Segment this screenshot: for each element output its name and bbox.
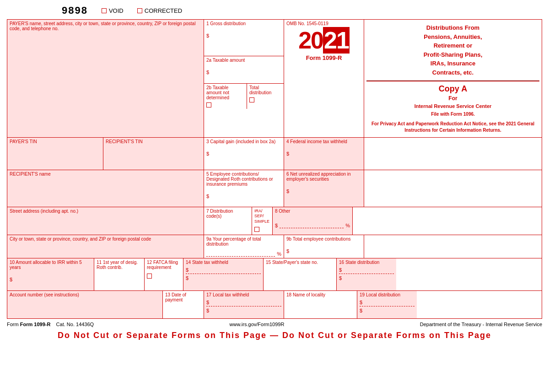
box-2a-dollar: $: [206, 70, 281, 75]
box-16-dollar2: $: [339, 275, 342, 281]
box-6-cell: 6 Net unrealized appreciation in employe…: [284, 170, 364, 207]
omb-cell: OMB No. 1545-0119 2021 Form 1099-R: [284, 20, 364, 137]
payer-name-label: PAYER'S name, street address, city or to…: [10, 21, 201, 31]
ira-checkbox[interactable]: [254, 227, 259, 232]
box-17-line2: $: [206, 308, 281, 313]
form-name-label: Form 1099-R: [306, 54, 342, 61]
box-8-line: [280, 228, 344, 228]
box-2a-label: 2a Taxable amount: [206, 58, 281, 63]
box-5-label: 5 Employee contributions/ Designated Rot…: [206, 172, 281, 187]
box-10-cell: 10 Amount allocable to IRR within 5 year…: [7, 258, 94, 290]
box-13-label: 13 Date of payment: [165, 292, 201, 302]
payer-tin-cell: PAYER'S TIN: [7, 138, 103, 170]
box-10-dollar: $: [10, 277, 92, 282]
row-4: Street address (including apt. no.) 7 Di…: [7, 207, 542, 235]
box-14-cell: 14 State tax withheld $ $: [183, 258, 264, 290]
fatca-checkbox[interactable]: [147, 274, 152, 279]
footer-form-name: Form 1099-R: [20, 322, 51, 327]
void-checkbox-label[interactable]: VOID: [102, 7, 124, 14]
box-11-label: 11 1st year of desig. Roth contrib.: [97, 260, 142, 270]
box-9b-cell: 9b Total employee contributions $: [284, 235, 364, 258]
box-18-label: 18 Name of locality: [286, 292, 355, 297]
box-8-cell: 8 Other $ %: [273, 207, 353, 235]
street-cell: Street address (including apt. no.): [7, 207, 204, 235]
form-title: Distributions From Pensions, Annuities, …: [366, 23, 539, 77]
box-19-line1: $: [360, 300, 414, 306]
box-17-dollar1: $: [206, 300, 209, 305]
row-1: PAYER'S name, street address, city or to…: [7, 20, 542, 138]
box-13-cell: 13 Date of payment: [163, 291, 204, 318]
main-form: PAYER'S name, street address, city or to…: [7, 19, 542, 319]
box-3-label: 3 Capital gain (included in box 2a): [206, 139, 281, 144]
box-9a-pct: %: [277, 251, 281, 257]
box-14-line1: $: [186, 267, 261, 274]
box-4-label: 4 Federal income tax withheld: [286, 139, 361, 144]
row2-right-spacer: [364, 138, 542, 170]
box-9b-label: 9b Total employee contributions: [286, 236, 361, 242]
box-2b-checkbox[interactable]: [206, 102, 211, 107]
box-17-dollar2: $: [206, 308, 209, 313]
box-8-dollar: $: [275, 223, 278, 228]
total-dist-checkbox[interactable]: [249, 97, 254, 102]
form-name: Form 1099-R: [286, 54, 361, 61]
form-number-top: 9898: [62, 5, 88, 16]
box-16-cell: 16 State distribution $ $: [337, 258, 396, 290]
box-16-label: 16 State distribution: [339, 260, 394, 265]
year-display: 2021: [286, 28, 361, 52]
box-1: 1 Gross distribution $: [204, 20, 284, 56]
box-14-label: 14 State tax withheld: [186, 260, 261, 265]
box-2b: 2b Taxable amount not determined: [204, 84, 247, 109]
box-9a-line: [206, 256, 275, 257]
row-6: 10 Amount allocable to IRR within 5 year…: [7, 258, 542, 291]
box-19-dollar2: $: [360, 308, 362, 313]
box-19-line2: $: [360, 308, 414, 313]
box-6-dollar: $: [286, 188, 361, 194]
box-9b-dollar: $: [286, 248, 361, 254]
corrected-checkbox-label[interactable]: CORRECTED: [137, 7, 182, 14]
box-17-label: 17 Local tax withheld: [206, 292, 281, 297]
ira-cell: IRA/ SEP/ SIMPLE: [252, 207, 273, 235]
do-not-cut: Do Not Cut or Separate Forms on This Pag…: [7, 331, 542, 340]
recipient-name-label: RECIPIENT'S name: [10, 172, 201, 177]
year-big: 2021: [298, 27, 350, 54]
box-12-label: 12 FATCA filing requirement: [147, 260, 181, 270]
privacy-text: For Privacy Act and Paperwork Reduction …: [371, 121, 505, 126]
row-3: RECIPIENT'S name 5 Employee contribution…: [7, 170, 542, 207]
box-9a-cell: 9a Your percentage of total distribution…: [204, 235, 284, 258]
box-8-amounts: $ %: [275, 223, 350, 228]
void-checkbox[interactable]: [102, 8, 107, 13]
title-line1: Distributions From: [426, 24, 479, 31]
box-7-cell: 7 Distribution code(s): [204, 207, 252, 235]
privacy-section: For Privacy Act and Paperwork Reduction …: [366, 121, 539, 134]
box-1-dollar: $: [206, 33, 281, 38]
box-8-label: 8 Other: [275, 209, 350, 214]
footer-website: www.irs.gov/Form1099R: [230, 322, 285, 327]
corrected-label: CORRECTED: [145, 7, 182, 14]
footer-bar: Form Form 1099-R Cat. No. 14436Q www.irs…: [7, 322, 542, 327]
omb-content: OMB No. 1545-0119 2021 Form 1099-R: [286, 21, 361, 61]
box-15-cell: 15 State/Payer's state no.: [264, 258, 337, 290]
row5-right-spacer: [364, 235, 542, 258]
row-2: PAYER'S TIN RECIPIENT'S TIN 3 Capital ga…: [7, 138, 542, 170]
city-cell: City or town, state or province, country…: [7, 235, 204, 258]
total-dist-label: Total distribution: [249, 85, 271, 95]
box-17-line1: $: [206, 300, 281, 306]
recipient-tin-cell: RECIPIENT'S TIN: [103, 138, 204, 170]
box-2b-label: 2b Taxable amount not determined: [206, 85, 229, 100]
box-3-dollar: $: [206, 151, 281, 156]
box-1-label: 1 Gross distribution: [206, 21, 281, 26]
city-label: City or town, state or province, country…: [10, 236, 201, 242]
recipient-name-cell: RECIPIENT'S name: [7, 170, 204, 207]
row-7: Account number (see instructions) 13 Dat…: [7, 291, 542, 318]
box-14-dollar2: $: [186, 275, 188, 281]
box-16-line2: $: [339, 275, 394, 281]
payer-tin-label: PAYER'S TIN: [10, 139, 101, 144]
recipient-tin-label: RECIPIENT'S TIN: [106, 139, 201, 144]
box-16-line1: $: [339, 267, 394, 274]
title-line5: IRAs, Insurance: [431, 60, 475, 67]
footer-cat: Cat. No. 14436Q: [56, 322, 94, 327]
box-19-dollar1: $: [360, 300, 362, 305]
corrected-checkbox[interactable]: [137, 8, 142, 13]
box-6-label: 6 Net unrealized appreciation in employe…: [286, 172, 361, 182]
account-cell: Account number (see instructions): [7, 291, 163, 318]
